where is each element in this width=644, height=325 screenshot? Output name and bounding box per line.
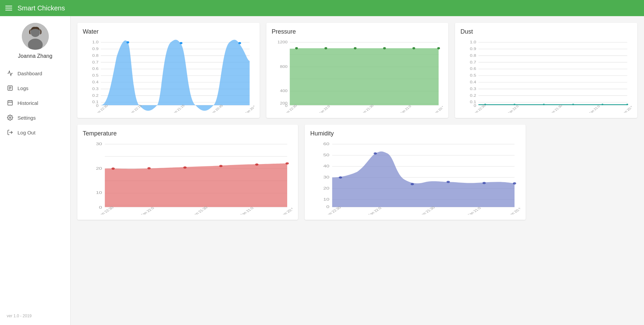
humidity-chart-container: 60 50 40 30 20 10 0 (310, 140, 520, 214)
pressure-chart-card: Pressure 1200 800 400 200 0 (266, 23, 449, 118)
nav-menu: Dashboard Logs (0, 66, 70, 140)
sidebar-item-historical-label: Historical (17, 100, 38, 106)
svg-point-56 (325, 47, 327, 49)
svg-text:13/Jan 22:0: 13/Jan 22:0 (363, 206, 382, 214)
main-content: Water (71, 16, 644, 325)
svg-text:13/Jan 22:30: 13/Jan 22:30 (320, 206, 342, 214)
svg-text:13/Jan 22:30: 13/Jan 22:30 (469, 104, 487, 113)
svg-text:13/Jan 21:0: 13/Jan 21:0 (235, 206, 254, 214)
body-layout: Joanna Zhang Dashboard (0, 16, 644, 325)
dust-chart-title: Dust (460, 28, 632, 35)
svg-text:0.9: 0.9 (92, 47, 99, 51)
humidity-chart-card: Humidity 60 50 40 30 20 (305, 125, 525, 220)
svg-point-112 (147, 167, 151, 169)
menu-toggle[interactable] (5, 6, 12, 10)
water-chart-card: Water (77, 23, 260, 118)
svg-point-92 (572, 104, 574, 105)
sidebar-item-settings[interactable]: Settings (0, 110, 70, 125)
settings-icon (7, 114, 13, 121)
svg-point-138 (411, 183, 414, 186)
sidebar-item-settings-label: Settings (17, 115, 36, 121)
logs-icon (7, 85, 13, 91)
pressure-chart-container: 1200 800 400 200 0 13/J (272, 39, 443, 113)
svg-point-57 (354, 47, 356, 49)
svg-text:800: 800 (280, 65, 288, 69)
sidebar-item-logout[interactable]: Log Out (0, 125, 70, 140)
svg-text:30: 30 (324, 175, 330, 179)
sidebar-item-historical[interactable]: Historical (0, 95, 70, 110)
svg-point-35 (126, 41, 129, 44)
sidebar-item-dashboard[interactable]: Dashboard (0, 66, 70, 81)
temperature-chart-svg: 30 20 10 0 13/Jan 22:30 (83, 140, 293, 214)
svg-point-90 (514, 104, 516, 105)
historical-icon (7, 99, 13, 106)
dust-chart-card: Dust 1.0 0.9 (455, 23, 637, 118)
svg-text:0.3: 0.3 (92, 87, 99, 91)
svg-text:1.0: 1.0 (470, 40, 477, 44)
temperature-chart-title: Temperature (83, 130, 293, 137)
svg-text:0: 0 (99, 205, 102, 210)
version-label: ver 1.0 - 2019 (0, 310, 70, 322)
svg-text:400: 400 (280, 89, 288, 93)
svg-text:13/Jan 21:0: 13/Jan 21:0 (584, 105, 601, 113)
svg-text:60: 60 (324, 142, 330, 146)
temperature-chart-card: Temperature 30 20 10 0 (77, 125, 298, 220)
svg-point-111 (111, 167, 115, 170)
pressure-chart-title: Pressure (272, 28, 443, 35)
svg-text:0.8: 0.8 (470, 53, 477, 58)
svg-point-113 (183, 166, 187, 169)
svg-point-93 (602, 104, 603, 105)
svg-text:0.2: 0.2 (470, 93, 477, 98)
svg-text:13/Jan 22:30: 13/Jan 22:30 (93, 206, 115, 214)
svg-text:0.5: 0.5 (92, 73, 99, 78)
svg-text:0.8: 0.8 (92, 53, 99, 58)
svg-point-59 (412, 47, 415, 49)
svg-point-11 (9, 117, 11, 119)
svg-text:13/Jan 20:0: 13/Jan 20:0 (240, 105, 254, 113)
svg-text:0.3: 0.3 (470, 87, 477, 91)
humidity-chart-svg: 60 50 40 30 20 10 0 (310, 140, 520, 214)
svg-text:13/Jan 22:0: 13/Jan 22:0 (314, 105, 331, 113)
svg-text:0.7: 0.7 (92, 60, 99, 65)
user-name: Joanna Zhang (18, 53, 52, 59)
svg-text:13/Jan 21:0: 13/Jan 21:0 (462, 206, 482, 214)
svg-text:13/Jan 22:0: 13/Jan 22:0 (135, 206, 155, 214)
svg-text:10: 10 (324, 197, 330, 202)
svg-text:0.6: 0.6 (470, 67, 477, 71)
pressure-chart-svg: 1200 800 400 200 0 13/J (272, 39, 443, 113)
sidebar-item-logout-label: Log Out (17, 130, 35, 135)
svg-text:20: 20 (96, 166, 102, 171)
svg-point-60 (437, 47, 440, 49)
chart-icon (7, 70, 13, 77)
svg-text:0: 0 (285, 104, 288, 108)
svg-text:0.4: 0.4 (470, 80, 477, 84)
svg-text:30: 30 (96, 142, 102, 146)
dust-chart-svg: 1.0 0.9 0.8 0.7 0.6 0.5 0.4 0.3 0.2 0.1 … (460, 39, 632, 113)
sidebar-item-dashboard-label: Dashboard (17, 71, 42, 76)
svg-text:0: 0 (474, 104, 477, 108)
svg-point-137 (374, 152, 377, 155)
temperature-chart-container: 30 20 10 0 13/Jan 22:30 (83, 140, 293, 214)
svg-point-55 (295, 47, 298, 49)
water-chart-container: 1.0 0.9 0.8 0.7 0.6 0.5 0.4 0.3 0.2 0.1 … (83, 39, 254, 113)
svg-text:0: 0 (327, 205, 330, 209)
svg-text:13/Jan 22:30: 13/Jan 22:30 (91, 104, 109, 113)
svg-point-115 (255, 163, 259, 166)
svg-point-36 (180, 42, 182, 44)
svg-text:40: 40 (324, 164, 330, 168)
svg-text:10: 10 (96, 191, 102, 195)
svg-text:20: 20 (324, 186, 330, 191)
svg-text:0.9: 0.9 (470, 47, 477, 51)
svg-text:1200: 1200 (277, 40, 288, 44)
charts-row-2: Temperature 30 20 10 0 (77, 125, 637, 220)
svg-text:0.7: 0.7 (470, 60, 477, 65)
humidity-chart-title: Humidity (310, 130, 520, 137)
svg-text:0.5: 0.5 (470, 73, 477, 78)
svg-point-141 (513, 182, 516, 185)
sidebar: Joanna Zhang Dashboard (0, 16, 71, 325)
svg-text:0: 0 (96, 104, 99, 108)
svg-point-114 (219, 165, 223, 167)
water-chart-svg: 1.0 0.9 0.8 0.7 0.6 0.5 0.4 0.3 0.2 0.1 … (83, 39, 254, 113)
sidebar-item-logs[interactable]: Logs (0, 81, 70, 95)
svg-point-116 (286, 162, 289, 165)
